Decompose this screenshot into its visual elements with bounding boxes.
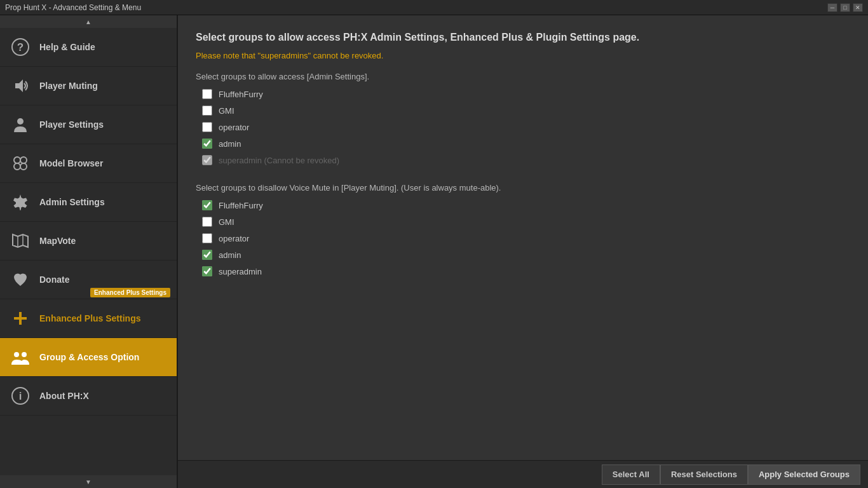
svg-marker-9: [13, 234, 28, 247]
heart-icon: [10, 269, 31, 290]
window-controls: ─ □ ✕: [827, 3, 863, 12]
svg-text:i: i: [19, 390, 22, 402]
map-icon: [10, 231, 31, 251]
checkbox-mute-operator-label: operator: [219, 234, 249, 243]
sidebar-item-group-access[interactable]: Group & Access Option: [0, 338, 177, 377]
sidebar-item-model-browser[interactable]: Model Browser: [0, 144, 177, 183]
checkbox-admin-gmi[interactable]: GMI: [202, 105, 850, 116]
bottom-bar: Select All Reset Selections Apply Select…: [178, 460, 868, 488]
speaker-icon: [10, 76, 31, 96]
svg-point-15: [22, 352, 27, 357]
info-icon: i: [10, 386, 31, 406]
app-title: Prop Hunt X - Advanced Setting & Menu: [5, 3, 141, 12]
gear-icon: [10, 192, 31, 212]
sidebar-scroll-down[interactable]: ▼: [0, 475, 177, 488]
checkbox-admin-fluffeh-input[interactable]: [202, 89, 212, 99]
title-bar: Prop Hunt X - Advanced Setting & Menu ─ …: [0, 0, 868, 15]
checkbox-admin-admin-label: admin: [219, 139, 241, 149]
checkbox-mute-gmi[interactable]: GMI: [202, 217, 850, 227]
sidebar-item-help[interactable]: ? Help & Guide: [0, 28, 177, 67]
svg-rect-13: [14, 317, 27, 320]
question-icon: ?: [10, 37, 31, 57]
main-layout: ▲ ? Help & Guide: [0, 15, 868, 488]
content-area: Select groups to allow access PH:X Admin…: [178, 15, 868, 488]
checkbox-admin-fluffeh[interactable]: FluffehFurry: [202, 89, 850, 99]
checkbox-mute-superadmin-input[interactable]: [202, 266, 212, 276]
svg-marker-2: [15, 79, 23, 92]
group-icon: [10, 347, 31, 367]
svg-text:?: ?: [17, 41, 24, 53]
svg-point-5: [20, 157, 27, 163]
sidebar-item-enhanced-plus[interactable]: Enhanced Plus Settings: [0, 299, 177, 338]
sidebar-item-donate-label: Donate: [39, 274, 69, 285]
svg-point-6: [14, 163, 20, 170]
checkbox-mute-gmi-label: GMI: [219, 217, 234, 227]
sidebar-item-enhanced-plus-label: Enhanced Plus Settings: [39, 313, 140, 323]
muting-checkbox-list: FluffehFurry GMI operator admin superadm…: [196, 200, 850, 276]
checkbox-admin-operator[interactable]: operator: [202, 122, 850, 132]
sidebar-item-admin-settings[interactable]: Admin Settings: [0, 183, 177, 222]
sidebar-item-about[interactable]: i About PH:X: [0, 377, 177, 416]
sidebar-item-donate[interactable]: Donate Enhanced Plus Settings: [0, 261, 177, 299]
checkbox-admin-admin[interactable]: admin: [202, 139, 850, 149]
checkbox-mute-superadmin-label: superadmin: [219, 267, 262, 276]
checkbox-mute-operator[interactable]: operator: [202, 233, 850, 243]
sidebar: ▲ ? Help & Guide: [0, 15, 178, 488]
sidebar-item-mapvote-label: MapVote: [39, 236, 76, 246]
checkbox-mute-fluffeh[interactable]: FluffehFurry: [202, 200, 850, 210]
sidebar-item-player-settings-label: Player Settings: [39, 119, 104, 130]
select-all-button[interactable]: Select All: [602, 464, 660, 485]
checkbox-admin-superadmin-input: [202, 155, 212, 165]
checkbox-mute-admin[interactable]: admin: [202, 250, 850, 260]
sidebar-item-player-muting[interactable]: Player Muting: [0, 67, 177, 105]
apply-selected-groups-button[interactable]: Apply Selected Groups: [748, 464, 860, 485]
reset-selections-button[interactable]: Reset Selections: [660, 464, 748, 485]
checkbox-admin-operator-label: operator: [219, 123, 249, 132]
sidebar-item-model-browser-label: Model Browser: [39, 158, 103, 168]
sidebar-item-admin-settings-label: Admin Settings: [39, 197, 105, 207]
checkbox-admin-superadmin-label: superadmin (Cannot be revoked): [219, 156, 339, 165]
svg-point-7: [20, 163, 27, 170]
models-icon: [10, 153, 31, 173]
checkbox-mute-gmi-input[interactable]: [202, 217, 212, 227]
checkbox-admin-gmi-input[interactable]: [202, 105, 212, 116]
sidebar-item-help-label: Help & Guide: [39, 42, 95, 52]
admin-section-label: Select groups to allow access [Admin Set…: [196, 72, 850, 81]
warning-text: Please note that "superadmins" cannot be…: [196, 51, 850, 60]
checkbox-mute-fluffeh-label: FluffehFurry: [219, 201, 263, 210]
checkbox-mute-fluffeh-input[interactable]: [202, 200, 212, 210]
page-title: Select groups to allow access PH:X Admin…: [196, 30, 850, 44]
admin-checkbox-list: FluffehFurry GMI operator admin superadm…: [196, 89, 850, 165]
svg-point-4: [14, 157, 20, 163]
checkbox-mute-admin-label: admin: [219, 250, 241, 260]
sidebar-item-group-access-label: Group & Access Option: [39, 352, 139, 362]
maximize-button[interactable]: □: [840, 3, 850, 12]
close-button[interactable]: ✕: [853, 3, 863, 12]
checkbox-admin-operator-input[interactable]: [202, 122, 212, 132]
sidebar-item-mapvote[interactable]: MapVote: [0, 222, 177, 261]
minimize-button[interactable]: ─: [827, 3, 837, 12]
checkbox-admin-gmi-label: GMI: [219, 106, 234, 116]
checkbox-admin-admin-input[interactable]: [202, 139, 212, 149]
sidebar-scroll-up[interactable]: ▲: [0, 15, 177, 28]
svg-point-3: [17, 118, 24, 125]
checkbox-mute-operator-input[interactable]: [202, 233, 212, 243]
plus-icon: [10, 308, 31, 329]
svg-point-14: [14, 352, 19, 357]
sidebar-item-player-muting-label: Player Muting: [39, 81, 98, 91]
donate-tooltip: Enhanced Plus Settings: [90, 288, 170, 297]
content-inner: Select groups to allow access PH:X Admin…: [178, 15, 868, 460]
sidebar-item-about-label: About PH:X: [39, 391, 89, 401]
checkbox-admin-superadmin: superadmin (Cannot be revoked): [202, 155, 850, 165]
muting-section-label: Select groups to disallow Voice Mute in …: [196, 183, 850, 193]
checkbox-mute-superadmin[interactable]: superadmin: [202, 266, 850, 276]
sidebar-items: ? Help & Guide Player Muting: [0, 28, 177, 475]
checkbox-mute-admin-input[interactable]: [202, 250, 212, 260]
checkbox-admin-fluffeh-label: FluffehFurry: [219, 90, 263, 99]
sidebar-item-player-settings[interactable]: Player Settings: [0, 105, 177, 144]
person-icon: [10, 114, 31, 135]
